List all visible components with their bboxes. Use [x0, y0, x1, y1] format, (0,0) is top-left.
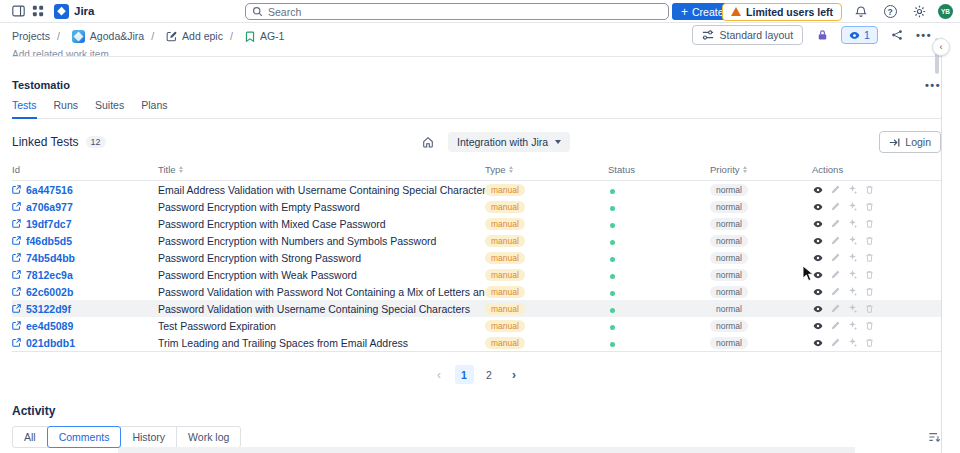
delete-test-button[interactable]: [863, 235, 875, 247]
sort-newest-first-button[interactable]: [928, 431, 941, 443]
ai-test-button[interactable]: [846, 218, 858, 230]
column-header-type[interactable]: Type: [485, 164, 608, 175]
activity-tab-all[interactable]: All: [12, 426, 48, 448]
ai-test-button[interactable]: [846, 303, 858, 315]
breadcrumb-project[interactable]: Agoda&Jira: [50, 30, 144, 43]
delete-test-button[interactable]: [863, 184, 875, 196]
login-button[interactable]: Login: [879, 131, 941, 153]
edit-test-button[interactable]: [829, 235, 841, 247]
edit-test-button[interactable]: [829, 303, 841, 315]
edit-test-button[interactable]: [829, 320, 841, 332]
prev-page-button[interactable]: ‹: [430, 365, 449, 384]
tab-suites[interactable]: Suites: [95, 99, 124, 118]
standard-layout-button[interactable]: Standard layout: [692, 25, 804, 45]
delete-test-button[interactable]: [863, 252, 875, 264]
share-button[interactable]: [887, 25, 907, 45]
edit-test-button[interactable]: [829, 286, 841, 298]
edit-test-button[interactable]: [829, 201, 841, 213]
home-button[interactable]: [418, 132, 438, 152]
test-id-link[interactable]: ee4d5089: [12, 320, 158, 332]
edit-test-button[interactable]: [829, 218, 841, 230]
delete-test-button[interactable]: [863, 286, 875, 298]
test-table-row[interactable]: 6a447516 Email Address Validation with U…: [12, 181, 941, 198]
add-related-work-item-link[interactable]: Add related work item: [12, 49, 941, 57]
view-test-button[interactable]: [812, 320, 824, 332]
view-test-button[interactable]: [812, 184, 824, 196]
column-header-priority[interactable]: Priority: [710, 164, 812, 175]
view-test-button[interactable]: [812, 201, 824, 213]
test-id-link[interactable]: 19df7dc7: [12, 218, 158, 230]
edit-test-button[interactable]: [829, 184, 841, 196]
test-table-row[interactable]: 021dbdb1 Trim Leading and Trailing Space…: [12, 334, 941, 351]
test-table-row[interactable]: 62c6002b Password Validation with Passwo…: [12, 283, 941, 300]
delete-test-button[interactable]: [863, 303, 875, 315]
tab-tests[interactable]: Tests: [12, 99, 37, 119]
activity-tab-history[interactable]: History: [120, 426, 177, 448]
edit-test-button[interactable]: [829, 252, 841, 264]
tab-runs[interactable]: Runs: [54, 99, 79, 118]
test-id-link[interactable]: 74b5d4bb: [12, 252, 158, 264]
search-input[interactable]: [268, 6, 662, 18]
limited-users-banner[interactable]: Limited users left: [722, 3, 842, 21]
settings-button[interactable]: [909, 2, 929, 22]
edit-test-button[interactable]: [829, 269, 841, 281]
delete-test-button[interactable]: [863, 337, 875, 349]
activity-tab-comments[interactable]: Comments: [47, 426, 122, 448]
view-test-button[interactable]: [812, 252, 824, 264]
ai-test-button[interactable]: [846, 269, 858, 281]
ai-test-button[interactable]: [846, 286, 858, 298]
test-id-link[interactable]: 62c6002b: [12, 286, 158, 298]
help-button[interactable]: ?: [880, 2, 900, 22]
next-page-button[interactable]: ›: [505, 365, 524, 384]
test-table-row[interactable]: 19df7dc7 Password Encryption with Mixed …: [12, 215, 941, 232]
view-test-button[interactable]: [812, 303, 824, 315]
ai-test-button[interactable]: [846, 184, 858, 196]
testomatio-more-button[interactable]: •••: [925, 79, 941, 91]
breadcrumb-issue-key[interactable]: AG-1: [223, 30, 284, 42]
column-header-title[interactable]: Title: [158, 164, 485, 175]
test-table-row[interactable]: 7812ec9a Password Encryption with Weak P…: [12, 266, 941, 283]
edit-test-button[interactable]: [829, 337, 841, 349]
view-test-button[interactable]: [812, 337, 824, 349]
test-id-link[interactable]: 021dbdb1: [12, 337, 158, 349]
test-id-link[interactable]: a706a977: [12, 201, 158, 213]
delete-test-button[interactable]: [863, 269, 875, 281]
more-actions-button[interactable]: •••: [916, 29, 932, 41]
activity-tab-work-log[interactable]: Work log: [176, 426, 241, 448]
test-id-link[interactable]: 7812ec9a: [12, 269, 158, 281]
test-table-row[interactable]: ee4d5089 Test Password Expiration manual…: [12, 317, 941, 334]
delete-test-button[interactable]: [863, 320, 875, 332]
collapse-panel-button[interactable]: ‹: [932, 38, 950, 56]
view-test-button[interactable]: [812, 218, 824, 230]
view-test-button[interactable]: [812, 269, 824, 281]
ai-test-button[interactable]: [846, 252, 858, 264]
view-test-button[interactable]: [812, 235, 824, 247]
test-table-row[interactable]: f46db5d5 Password Encryption with Number…: [12, 232, 941, 249]
app-switcher-button[interactable]: [28, 1, 48, 21]
view-test-button[interactable]: [812, 286, 824, 298]
breadcrumb-add-epic[interactable]: Add epic: [144, 30, 223, 42]
user-avatar[interactable]: YB: [938, 4, 953, 19]
notifications-button[interactable]: [851, 2, 871, 22]
watchers-button[interactable]: 1: [841, 26, 878, 44]
integration-dropdown[interactable]: Integration with Jira: [448, 132, 570, 152]
ai-test-button[interactable]: [846, 337, 858, 349]
ai-test-button[interactable]: [846, 235, 858, 247]
page-button-2[interactable]: 2: [480, 365, 499, 384]
test-table-row[interactable]: 74b5d4bb Password Encryption with Strong…: [12, 249, 941, 266]
restrictions-button[interactable]: [812, 25, 832, 45]
test-id-link[interactable]: 6a447516: [12, 184, 158, 196]
tab-plans[interactable]: Plans: [141, 99, 167, 118]
delete-test-button[interactable]: [863, 218, 875, 230]
sidebar-toggle-button[interactable]: [8, 1, 28, 21]
ai-test-button[interactable]: [846, 320, 858, 332]
jira-logo[interactable]: Jira: [54, 4, 94, 19]
delete-test-button[interactable]: [863, 201, 875, 213]
test-table-row[interactable]: 53122d9f Password Validation with Userna…: [12, 300, 941, 317]
page-button-1[interactable]: 1: [455, 365, 474, 384]
ai-test-button[interactable]: [846, 201, 858, 213]
test-table-row[interactable]: a706a977 Password Encryption with Empty …: [12, 198, 941, 215]
breadcrumb-projects[interactable]: Projects: [12, 30, 50, 42]
test-id-link[interactable]: f46db5d5: [12, 235, 158, 247]
global-search[interactable]: [245, 3, 669, 20]
